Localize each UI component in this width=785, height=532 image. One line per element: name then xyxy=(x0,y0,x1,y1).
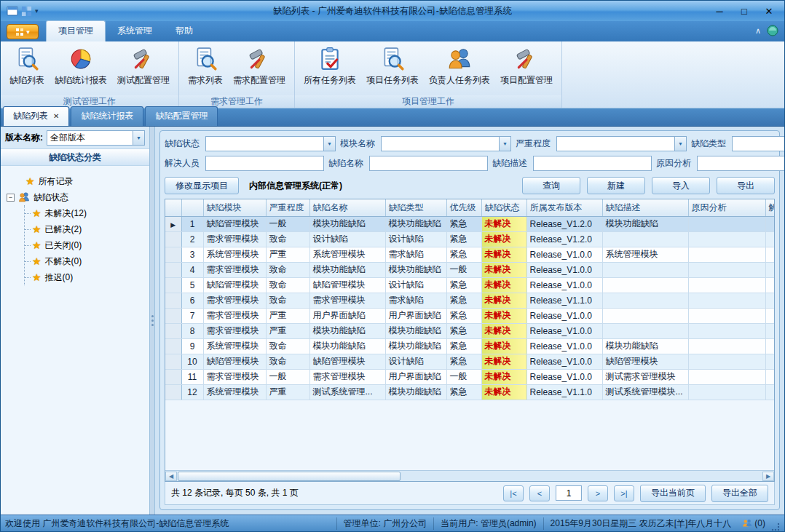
filter-select[interactable]: ▼ xyxy=(556,136,687,151)
filter-text-value[interactable] xyxy=(534,157,651,170)
document-tab-1[interactable]: 缺陷列表✕ xyxy=(3,106,69,126)
help-icon[interactable] xyxy=(767,25,778,36)
filter-select-value[interactable] xyxy=(382,138,499,150)
version-select[interactable]: 全部版本 ▼ xyxy=(47,130,145,146)
tree-item[interactable]: ★不解决(0) xyxy=(25,253,146,269)
filter-select-value[interactable] xyxy=(206,138,323,150)
ribbon-button[interactable]: 测试配置管理 xyxy=(112,44,175,88)
filter-select-value[interactable] xyxy=(557,138,674,150)
online-users-badge[interactable]: (0) xyxy=(738,518,770,528)
filter-text-value[interactable] xyxy=(370,157,487,170)
horizontal-scrollbar[interactable]: ◀ ▶ xyxy=(165,470,774,481)
chevron-down-icon[interactable]: ▼ xyxy=(133,131,144,145)
filter-select-value[interactable] xyxy=(733,138,785,150)
import-button[interactable]: 导入 xyxy=(652,177,710,194)
ribbon-button[interactable]: 需求配置管理 xyxy=(228,44,291,88)
table-row[interactable]: 8需求管理模块严重模块功能缺陷模块功能缺陷紧急未解决Release_V1.0.0 xyxy=(165,323,774,338)
scroll-left-icon[interactable]: ◀ xyxy=(165,472,177,481)
filter-text-value[interactable] xyxy=(698,157,785,170)
column-header[interactable]: 缺陷类型 xyxy=(385,199,446,216)
modify-columns-button[interactable]: 修改显示项目 xyxy=(165,177,239,194)
table-row[interactable]: 7需求管理模块严重用户界面缺陷用户界面缺陷紧急未解决Release_V1.0.0 xyxy=(165,308,774,323)
filter-text-value[interactable] xyxy=(206,157,323,170)
ribbon-button[interactable]: 项目配置管理 xyxy=(495,44,558,88)
ribbon-button[interactable]: 缺陷列表 xyxy=(4,44,50,88)
ribbon-tab-2[interactable]: 系统管理 xyxy=(106,21,164,41)
filter-input[interactable] xyxy=(697,156,785,171)
filter-input[interactable] xyxy=(533,156,652,171)
column-header[interactable]: 缺陷名称 xyxy=(309,199,385,216)
qat-dropdown-icon[interactable]: ▾ xyxy=(35,7,39,15)
maximize-button[interactable]: □ xyxy=(732,3,757,19)
cell: 紧急 xyxy=(446,338,481,354)
column-header[interactable]: 缺陷模块 xyxy=(203,199,266,216)
tree-item[interactable]: −缺陷状态 xyxy=(7,189,146,205)
ribbon-button[interactable]: 所有任务列表 xyxy=(299,44,361,88)
export-current-page-button[interactable]: 导出当前页 xyxy=(640,485,706,502)
tab-close-icon[interactable]: ✕ xyxy=(53,113,59,120)
table-row[interactable]: 6需求管理模块致命需求管理模块需求缺陷紧急未解决Release_V1.1.0 xyxy=(165,293,774,308)
cell: 未解决 xyxy=(481,277,526,293)
table-row[interactable]: 4需求管理模块致命模块功能缺陷模块功能缺陷一般未解决Release_V1.0.0 xyxy=(165,262,774,277)
cell: 测试系统管理模块... xyxy=(602,384,688,400)
tree-item[interactable]: ★推迟(0) xyxy=(25,269,146,285)
ribbon-tab-3[interactable]: 帮助 xyxy=(164,21,205,41)
ribbon-tab-1[interactable]: 项目管理 xyxy=(46,20,106,41)
column-header[interactable]: 解决方法 xyxy=(765,199,774,216)
export-all-button[interactable]: 导出全部 xyxy=(711,485,768,502)
chevron-down-icon[interactable]: ▼ xyxy=(674,137,686,151)
chevron-down-icon[interactable]: ▼ xyxy=(323,137,335,151)
tree-item[interactable]: ★已关闭(0) xyxy=(25,237,146,253)
table-row[interactable]: 3系统管理模块严重系统管理模块需求缺陷紧急未解决Release_V1.0.0系统… xyxy=(165,247,774,262)
resize-grip[interactable] xyxy=(771,523,780,531)
minimize-button[interactable]: ─ xyxy=(707,3,732,19)
close-button[interactable]: ✕ xyxy=(757,3,781,19)
filter-input[interactable] xyxy=(369,156,488,171)
new-button[interactable]: 新建 xyxy=(587,177,645,194)
layout-grid-icon[interactable] xyxy=(21,6,32,17)
document-tab-2[interactable]: 缺陷统计报表 xyxy=(71,106,143,126)
table-row[interactable]: 10缺陷管理模块致命缺陷管理模块设计缺陷紧急未解决Release_V1.0.0缺… xyxy=(165,354,774,369)
tree-item[interactable]: ★已解决(2) xyxy=(25,221,146,237)
first-page-button[interactable]: |< xyxy=(503,485,524,501)
ribbon-button[interactable]: 需求列表 xyxy=(183,44,228,88)
cell xyxy=(765,293,774,308)
filter-select[interactable]: ▼ xyxy=(381,136,511,151)
collapse-ribbon-icon[interactable]: ∧ xyxy=(755,27,761,35)
scroll-right-icon[interactable]: ▶ xyxy=(762,472,774,481)
tree-item[interactable]: ★未解决(12) xyxy=(25,205,146,221)
ribbon-button[interactable]: 负责人任务列表 xyxy=(424,44,495,88)
column-header[interactable]: 优先级 xyxy=(446,199,481,216)
table-row[interactable]: 5缺陷管理模块致命缺陷管理模块设计缺陷紧急未解决Release_V1.0.0 xyxy=(165,277,774,293)
table-row[interactable]: 11需求管理模块一般需求管理模块用户界面缺陷一般未解决Release_V1.0.… xyxy=(165,369,774,384)
splitter-handle[interactable] xyxy=(150,127,155,515)
column-header[interactable]: 原因分析 xyxy=(688,199,765,216)
column-header[interactable]: 所属发布版本 xyxy=(526,199,602,216)
chevron-down-icon[interactable]: ▼ xyxy=(499,137,510,151)
scrollbar-thumb[interactable] xyxy=(178,472,401,481)
export-button[interactable]: 导出 xyxy=(717,177,775,194)
column-header[interactable]: 缺陷描述 xyxy=(602,199,688,216)
next-page-button[interactable]: > xyxy=(588,485,608,501)
filter-select[interactable]: ▼ xyxy=(205,136,336,151)
document-tab-3[interactable]: 缺陷配置管理 xyxy=(145,106,218,126)
column-header[interactable]: 严重程度 xyxy=(266,199,309,216)
app-window-icon[interactable] xyxy=(7,5,18,17)
table-row[interactable]: 9系统管理模块致命模块功能缺陷模块功能缺陷紧急未解决Release_V1.0.0… xyxy=(165,338,774,354)
tree-item[interactable]: ★所有记录 xyxy=(25,173,146,189)
ribbon-button[interactable]: 项目任务列表 xyxy=(361,44,424,88)
query-button[interactable]: 查询 xyxy=(522,177,580,194)
scrollbar-track[interactable] xyxy=(177,472,762,481)
column-header[interactable]: 缺陷状态 xyxy=(481,199,526,216)
page-number-input[interactable] xyxy=(556,485,582,501)
table-row[interactable]: 2需求管理模块致命设计缺陷设计缺陷紧急未解决Release_V1.2.0 xyxy=(165,231,774,247)
table-row[interactable]: 12系统管理模块严重测试系统管理...模块功能缺陷紧急未解决Release_V1… xyxy=(165,384,774,400)
application-menu-button[interactable]: ▾ xyxy=(7,24,39,39)
ribbon-button[interactable]: 缺陷统计报表 xyxy=(50,44,112,88)
prev-page-button[interactable]: < xyxy=(529,485,550,501)
filter-select[interactable]: ▼ xyxy=(732,136,785,151)
last-page-button[interactable]: >| xyxy=(614,485,634,501)
collapse-icon[interactable]: − xyxy=(7,194,15,202)
table-row[interactable]: ▶1缺陷管理模块一般模块功能缺陷模块功能缺陷紧急未解决Release_V1.2.… xyxy=(165,216,774,231)
filter-input[interactable] xyxy=(205,156,324,171)
